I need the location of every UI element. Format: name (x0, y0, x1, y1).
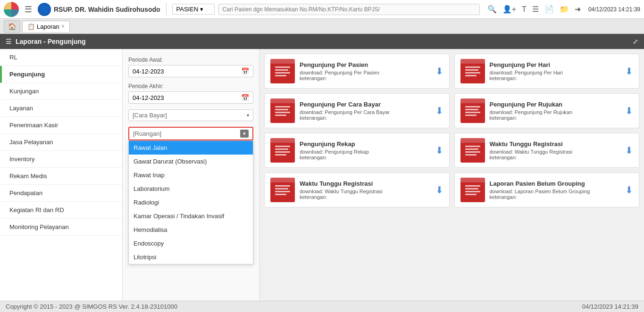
periode-akhir-row: Periode Akhir: 📅 (128, 83, 253, 104)
ruangan-option-litotripsi[interactable]: Litotripsi (129, 250, 253, 264)
periode-awal-label: Periode Awal: (128, 57, 253, 63)
report-download-icon-5[interactable]: ⬇ (435, 145, 443, 156)
ruangan-option-rawat-jalan[interactable]: Rawat Jalan (129, 141, 253, 155)
content-area: Periode Awal: 📅 Periode Akhir: 📅 [Cara B… (123, 49, 644, 301)
ruangan-option-gawat-darurat[interactable]: Gawat Darurat (Observasi) (129, 155, 253, 168)
report-title-8: Laporan Pasien Belum Grouping (490, 180, 621, 187)
report-title-4: Pengunjung Per Rujukan (490, 101, 621, 108)
report-card-waktu-tunggu-registrasi-2[interactable]: Waktu Tunggu Registrasi download: Waktu … (264, 172, 450, 207)
report-title-1: Pengunjung Per Pasien (300, 61, 431, 68)
sidebar-item-pendapatan[interactable]: Pendapatan (0, 185, 122, 202)
add-user-icon[interactable]: 👤+ (502, 5, 516, 14)
ruangan-option-laboratorium[interactable]: Laboratorium (129, 182, 253, 196)
ruangan-option-hemodialisa[interactable]: Hemodialisa (129, 223, 253, 237)
sidebar-item-layanan[interactable]: Layanan (0, 100, 122, 117)
periode-akhir-input-wrapper: 📅 (128, 91, 253, 104)
main-layout: RL Pengunjung Kunjungan Layanan Penerima… (0, 49, 644, 301)
laporan-tab[interactable]: 📋 Laporan × (22, 21, 70, 32)
periode-awal-input-wrapper: 📅 (128, 65, 253, 77)
report-info-4: Pengunjung Per Rujukan download: Pengunj… (490, 101, 621, 121)
report-download-icon-1[interactable]: ⬇ (435, 66, 443, 77)
sidebar-item-monitoring-pelayanan[interactable]: Monitoring Pelayanan (0, 219, 122, 236)
maximize-icon[interactable]: ⤢ (633, 38, 638, 45)
report-keterangan-6: keterangan: (490, 155, 621, 160)
report-thumb-4 (460, 99, 485, 123)
report-info-7: Waktu Tunggu Registrasi download: Waktu … (300, 180, 431, 200)
tab-close-button[interactable]: × (61, 23, 65, 30)
ruangan-option-kamar-operasi[interactable]: Kamar Operasi / Tindakan Invasif (129, 209, 253, 223)
report-card-waktu-tunggu-registrasi-1[interactable]: Waktu Tunggu Registrasi download: Waktu … (454, 133, 640, 168)
text-icon[interactable]: T (522, 5, 527, 14)
sidebar-item-rl[interactable]: RL (0, 49, 122, 66)
report-card-pengunjung-per-rujukan[interactable]: Pengunjung Per Rujukan download: Pengunj… (454, 93, 640, 128)
report-thumb-1 (270, 59, 295, 83)
sidebar-item-pengunjung[interactable]: Pengunjung (0, 66, 122, 83)
ruangan-select[interactable]: [Ruangan] ▾ (128, 127, 253, 140)
report-download-icon-4[interactable]: ⬇ (625, 105, 633, 116)
report-info-5: Pengunjung Rekap download: Pengunjung Re… (300, 140, 431, 160)
periode-awal-calendar-icon[interactable]: 📅 (241, 67, 249, 75)
report-download-6: download: Waktu Tunggu Registrasi (490, 149, 621, 155)
report-card-pengunjung-per-hari[interactable]: Pengunjung Per Hari download: Pengunjung… (454, 54, 640, 89)
sidebar-item-jasa-pelayanan[interactable]: Jasa Pelayanan (0, 134, 122, 151)
report-download-icon-3[interactable]: ⬇ (435, 105, 443, 116)
cara-bayar-label: [Cara Bayar] (133, 112, 167, 119)
section-header-left: ☰ Laporan - Pengunjung (6, 38, 86, 45)
brand-icon (38, 3, 51, 16)
sidebar-label-pendapatan: Pendapatan (9, 189, 42, 197)
menu-expand-icon[interactable]: ☰ (6, 38, 12, 45)
ruangan-option-endoscopy[interactable]: Endoscopy (129, 237, 253, 250)
report-card-laporan-pasien-belum-grouping[interactable]: Laporan Pasien Belum Grouping download: … (454, 172, 640, 207)
periode-akhir-calendar-icon[interactable]: 📅 (241, 94, 249, 101)
list-icon[interactable]: ☰ (532, 5, 539, 14)
ruangan-row: [Ruangan] ▾ Rawat Jalan Gawat Darurat (O… (128, 127, 253, 140)
report-info-1: Pengunjung Per Pasien download: Pengunju… (300, 61, 431, 81)
report-download-icon-2[interactable]: ⬇ (625, 66, 633, 77)
report-keterangan-4: keterangan: (490, 115, 621, 121)
sidebar-label-rl: RL (9, 54, 17, 61)
pasien-label: PASIEN (176, 6, 199, 13)
logout-icon[interactable]: ➜ (575, 5, 581, 14)
report-download-5: download: Pengunjung Rekap (300, 149, 431, 155)
ruangan-option-rawat-inap[interactable]: Rawat Inap (129, 168, 253, 182)
hamburger-icon[interactable]: ☰ (23, 2, 34, 16)
periode-awal-input[interactable] (133, 68, 241, 75)
cara-bayar-select[interactable]: [Cara Bayar] ▾ (128, 109, 253, 121)
ruangan-dropdown-button[interactable]: ▾ (240, 130, 249, 138)
report-thumb-3 (270, 99, 295, 123)
report-info-2: Pengunjung Per Hari download: Pengunjung… (490, 61, 621, 81)
report-keterangan-5: keterangan: (300, 155, 431, 160)
footer: Copyright © 2015 - 2023 @ SIMGOS RS Ver.… (0, 301, 644, 312)
report-download-icon-7[interactable]: ⬇ (435, 184, 443, 196)
report-download-icon-8[interactable]: ⬇ (625, 184, 633, 196)
sidebar-item-kegiatan-ri-rd[interactable]: Kegiatan RI dan RD (0, 202, 122, 219)
report-download-2: download: Pengunjung Per Hari (490, 70, 621, 75)
periode-akhir-input[interactable] (133, 94, 241, 101)
report-title-3: Pengunjung Per Cara Bayar (300, 101, 431, 108)
periode-awal-row: Periode Awal: 📅 (128, 57, 253, 77)
sidebar-item-inventory[interactable]: Inventory (0, 151, 122, 168)
sidebar-label-layanan: Layanan (9, 105, 33, 112)
patient-search-input[interactable] (218, 4, 480, 15)
folder-icon[interactable]: 📁 (560, 5, 569, 14)
sidebar-label-kegiatan-ri-rd: Kegiatan RI dan RD (9, 206, 64, 213)
periode-akhir-label: Periode Akhir: (128, 83, 253, 90)
report-download-7: download: Waktu Tunggu Registrasi (300, 189, 431, 194)
report-card-pengunjung-rekap[interactable]: Pengunjung Rekap download: Pengunjung Re… (264, 133, 450, 168)
document-icon[interactable]: 📄 (544, 5, 554, 14)
sidebar-item-penerimaan-kasir[interactable]: Penerimaan Kasir (0, 117, 122, 134)
search-icon[interactable]: 🔍 (487, 5, 497, 14)
report-download-icon-6[interactable]: ⬇ (625, 145, 633, 156)
sidebar-item-rekam-medis[interactable]: Rekam Medis (0, 168, 122, 185)
toolbar-icons: 🔍 👤+ T ☰ 📄 📁 ➜ (487, 5, 581, 14)
ruangan-option-radiologi[interactable]: Radiologi (129, 196, 253, 209)
report-card-pengunjung-per-cara-bayar[interactable]: Pengunjung Per Cara Bayar download: Peng… (264, 93, 450, 128)
brand-name: RSUP. DR. Wahidin Sudirohusodo (54, 6, 160, 13)
sidebar-item-kunjungan[interactable]: Kunjungan (0, 83, 122, 100)
pasien-dropdown[interactable]: PASIEN ▾ (172, 4, 215, 15)
home-tab[interactable]: 🏠 (4, 20, 20, 33)
current-time: 04/12/2023 14:21:39 (588, 6, 640, 13)
report-card-pengunjung-per-pasien[interactable]: Pengunjung Per Pasien download: Pengunju… (264, 54, 450, 89)
tabbar: 🏠 📋 Laporan × (0, 19, 644, 34)
report-title-5: Pengunjung Rekap (300, 140, 431, 148)
